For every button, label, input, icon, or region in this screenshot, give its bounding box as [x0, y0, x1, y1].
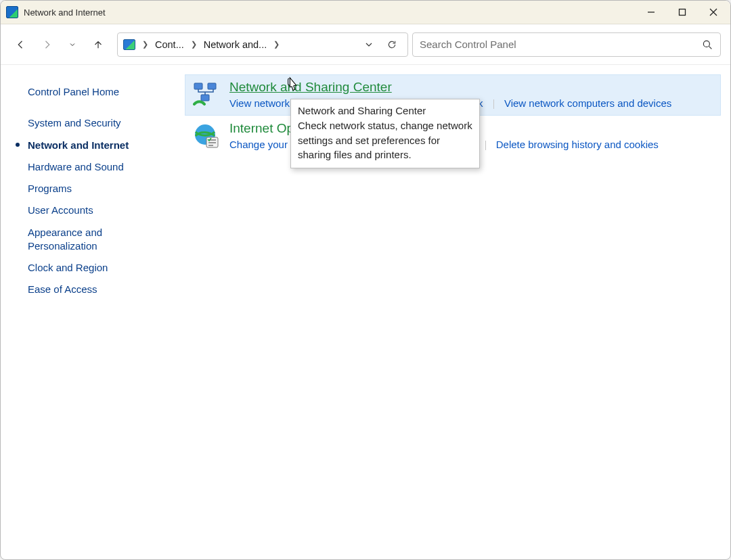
sidebar-control-panel-home[interactable]: Control Panel Home — [28, 81, 171, 103]
link-delete-browsing-history[interactable]: Delete browsing history and cookies — [496, 139, 659, 150]
control-panel-icon — [123, 39, 135, 50]
close-icon — [709, 7, 718, 17]
sidebar-item-programs[interactable]: Programs — [28, 178, 171, 200]
breadcrumb-separator[interactable]: ❯ — [139, 40, 151, 49]
breadcrumb-separator[interactable]: ❯ — [188, 40, 200, 49]
forward-button[interactable] — [36, 34, 58, 55]
svg-rect-2 — [194, 83, 202, 89]
titlebar: Network and Internet — [1, 1, 730, 24]
breadcrumb-separator[interactable]: ❯ — [271, 40, 282, 49]
address-dropdown-button[interactable] — [359, 39, 379, 50]
tooltip-title: Network and Sharing Center — [298, 103, 472, 118]
arrow-left-icon — [15, 39, 27, 51]
breadcrumb-network-and-internet[interactable]: Network and... — [202, 37, 269, 53]
back-button[interactable] — [10, 34, 32, 55]
address-bar[interactable]: ❯ Cont... ❯ Network and... ❯ — [117, 32, 408, 57]
search-box[interactable] — [412, 32, 721, 57]
breadcrumb-control-panel[interactable]: Cont... — [154, 37, 185, 53]
minimize-icon — [646, 7, 656, 17]
refresh-button[interactable] — [382, 39, 402, 50]
sidebar-item-system-and-security[interactable]: System and Security — [28, 112, 171, 134]
toolbar: ❯ Cont... ❯ Network and... ❯ — [1, 24, 730, 65]
window-title: Network and Internet — [24, 7, 106, 18]
link-view-network-computers[interactable]: View network computers and devices — [504, 97, 671, 109]
maximize-icon — [678, 7, 687, 17]
sidebar-item-clock-and-region[interactable]: Clock and Region — [28, 257, 171, 279]
link-divider — [493, 99, 494, 109]
sidebar-item-ease-of-access[interactable]: Ease of Access — [28, 279, 171, 300]
sidebar-item-network-and-internet[interactable]: Network and Internet — [28, 135, 171, 156]
up-button[interactable] — [87, 34, 109, 55]
link-network-and-sharing-center[interactable]: Network and Sharing Center — [229, 80, 392, 95]
internet-options-icon — [193, 122, 220, 149]
control-panel-window: Network and Internet ❯ Cont... ❯ — [0, 0, 731, 560]
content-area: Network and Sharing Center View network … — [185, 65, 730, 559]
svg-rect-3 — [208, 83, 216, 89]
close-button[interactable] — [698, 1, 729, 24]
tooltip-body: Check network status, change network set… — [298, 118, 472, 162]
maximize-button[interactable] — [667, 1, 698, 24]
chevron-down-icon — [363, 39, 374, 50]
sidebar-item-appearance-and-personalization[interactable]: Appearance and Personalization — [28, 222, 171, 258]
arrow-up-icon — [92, 39, 104, 51]
network-sharing-center-icon — [193, 81, 220, 108]
sidebar: Control Panel Home System and Security N… — [1, 65, 185, 559]
svg-rect-4 — [201, 95, 209, 101]
sidebar-item-user-accounts[interactable]: User Accounts — [28, 200, 171, 221]
search-input[interactable] — [420, 39, 701, 50]
control-panel-app-icon — [6, 6, 18, 18]
refresh-icon — [386, 39, 397, 50]
svg-rect-0 — [680, 9, 686, 16]
chevron-down-icon — [68, 41, 76, 49]
svg-point-1 — [703, 41, 709, 47]
main-area: Control Panel Home System and Security N… — [1, 65, 730, 559]
link-divider — [485, 141, 486, 150]
sidebar-item-hardware-and-sound[interactable]: Hardware and Sound — [28, 156, 171, 178]
arrow-right-icon — [41, 39, 53, 51]
minimize-button[interactable] — [636, 1, 667, 24]
recent-locations-button[interactable] — [62, 34, 83, 55]
search-icon — [701, 39, 713, 51]
tooltip: Network and Sharing Center Check network… — [290, 99, 480, 168]
